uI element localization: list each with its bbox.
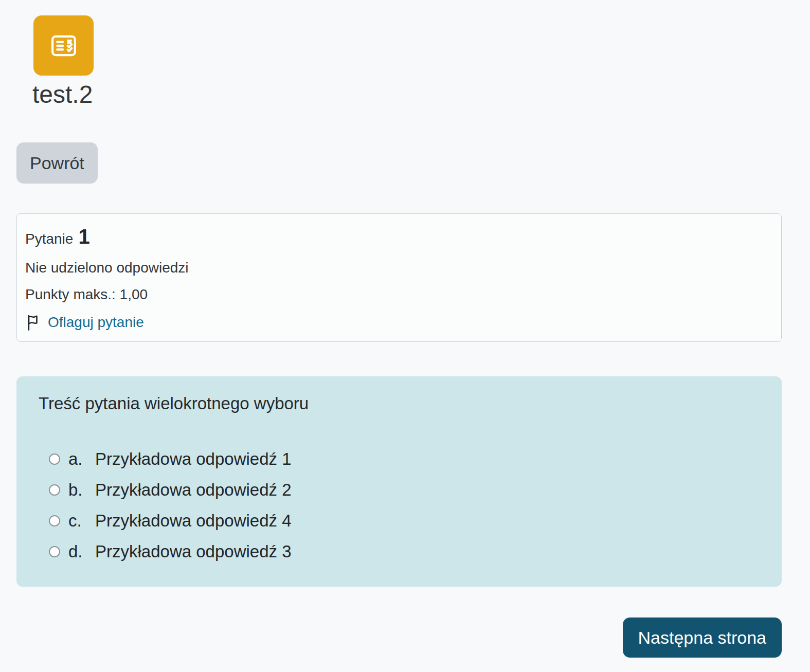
answer-radio-b[interactable] xyxy=(49,484,60,496)
navigation-row: Następna strona xyxy=(16,617,782,658)
question-max-marks: Punkty maks.: 1,00 xyxy=(25,286,773,303)
answer-options: a. Przykładowa odpowiedź 1 b. Przykładow… xyxy=(49,448,760,562)
answer-radio-a[interactable] xyxy=(49,453,60,465)
answer-radio-c[interactable] xyxy=(49,515,60,526)
question-number: 1 xyxy=(78,225,89,248)
question-status: Nie udzielono odpowiedzi xyxy=(25,260,773,276)
question-number-row: Pytanie 1 xyxy=(25,225,773,248)
option-letter: a. xyxy=(68,449,95,469)
answer-option-d: d. Przykładowa odpowiedź 3 xyxy=(49,540,760,562)
page-title: test.2 xyxy=(32,80,782,110)
question-content-box: Treść pytania wielokrotnego wyboru a. Pr… xyxy=(16,376,782,587)
option-letter: c. xyxy=(68,511,95,531)
answer-option-a: a. Przykładowa odpowiedź 1 xyxy=(49,448,760,470)
flag-icon xyxy=(25,313,44,332)
next-page-button[interactable]: Następna strona xyxy=(623,617,782,658)
option-text[interactable]: Przykładowa odpowiedź 1 xyxy=(95,449,292,469)
flag-question-link[interactable]: Oflaguj pytanie xyxy=(48,314,144,331)
option-text[interactable]: Przykładowa odpowiedź 4 xyxy=(95,511,292,531)
option-letter: d. xyxy=(68,542,95,561)
option-letter: b. xyxy=(68,480,95,500)
question-info-box: Pytanie 1 Nie udzielono odpowiedzi Punkt… xyxy=(16,213,782,342)
option-text[interactable]: Przykładowa odpowiedź 2 xyxy=(95,480,292,500)
flag-question-row[interactable]: Oflaguj pytanie xyxy=(25,313,144,332)
option-text[interactable]: Przykładowa odpowiedź 3 xyxy=(95,542,292,561)
answer-option-c: c. Przykładowa odpowiedź 4 xyxy=(49,510,760,532)
quiz-activity-icon xyxy=(33,15,94,76)
answer-radio-d[interactable] xyxy=(49,546,60,557)
page-container: test.2 Powrót Pytanie 1 Nie udzielono od… xyxy=(16,15,782,658)
question-text: Treść pytania wielokrotnego wyboru xyxy=(39,392,760,415)
question-label: Pytanie xyxy=(25,231,73,247)
answer-option-b: b. Przykładowa odpowiedź 2 xyxy=(49,479,760,501)
back-button[interactable]: Powrót xyxy=(16,142,98,184)
quiz-checklist-icon xyxy=(47,29,80,62)
